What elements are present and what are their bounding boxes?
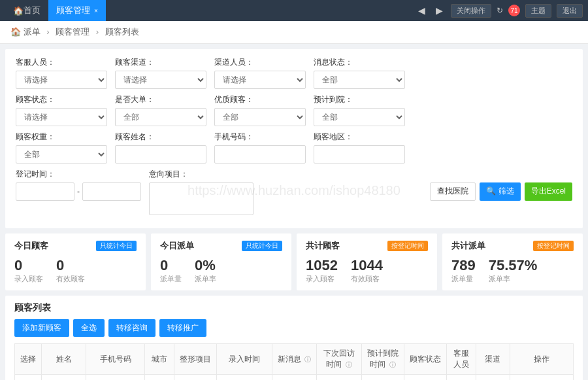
col-action: 操作 — [510, 344, 573, 375]
staff-label: 客服人员： — [16, 57, 107, 68]
customer-table: 选择 姓名 手机号码 城市 整形项目 录入时间 新消息 ⓘ 下次回访时间 ⓘ 预… — [14, 343, 574, 380]
search-button[interactable]: 🔍 筛选 — [480, 182, 520, 201]
top-nav-right: ◀ ▶ 关闭操作 ↻ 71 主题 退出 — [416, 4, 583, 18]
quality-select[interactable]: 全部 — [214, 108, 306, 126]
cust-name-input[interactable] — [115, 145, 206, 164]
total-enter-count: 1052 — [306, 257, 338, 274]
find-hospital-button[interactable]: 查找医院 — [430, 182, 476, 201]
today-customers-title: 今日顾客 — [14, 240, 48, 252]
total-customers-header: 共计顾客 按登记时间 — [306, 240, 428, 252]
close-ops-button[interactable]: 关闭操作 — [451, 4, 491, 18]
table-actions: 添加新顾客 全选 转移咨询 转移推广 — [14, 319, 574, 337]
channel-select[interactable]: 请选择 — [115, 71, 206, 89]
breadcrumb: 🏠 派单 › 顾客管理 › 顾客列表 — [0, 21, 588, 44]
filter-group-channel-person: 渠道人员： 请选择 — [214, 57, 306, 89]
filter-group-staff: 客服人员： 请选择 — [16, 57, 107, 89]
filter-group-cust-status: 顾客状态： 请选择 — [16, 94, 107, 126]
refresh-icon[interactable]: ↻ — [497, 6, 503, 15]
active-tab-label: 顾客管理 — [56, 5, 90, 16]
today-enter-item: 0 录入顾客 — [14, 257, 43, 284]
total-orders-badge: 按登记时间 — [533, 241, 574, 251]
cell-project: 开内眼角 — [174, 375, 217, 381]
good-order-select[interactable]: 全部 — [115, 108, 206, 126]
filter-group-channel: 顾客渠道： 请选择 — [115, 57, 206, 89]
prev-arrow-icon[interactable]: ◀ — [416, 5, 428, 16]
stats-row: 今日顾客 只统计今日 0 录入顾客 0 有效顾客 今日派单 只统计今日 0 派单… — [5, 233, 583, 290]
exit-button[interactable]: 退出 — [557, 4, 583, 18]
col-phone: 手机号码 — [86, 344, 144, 375]
total-rate-label: 派单率 — [489, 274, 538, 284]
cust-weight-select[interactable]: 全部 — [16, 145, 107, 164]
stats-today-orders: 今日派单 只统计今日 0 派单量 0% 派单率 — [151, 233, 291, 290]
export-button[interactable]: 导出Excel — [525, 182, 572, 201]
select-all-button[interactable]: 全选 — [73, 319, 105, 337]
total-effective-label: 有效顾客 — [351, 274, 383, 284]
nav-tab-home[interactable]: 🏠 首页 — [5, 0, 48, 21]
close-tab-icon[interactable]: × — [94, 7, 98, 14]
cell-staff: 吕俊杰 — [447, 375, 476, 381]
total-effective-item: 1044 有效顾客 — [351, 257, 383, 284]
channel-person-label: 渠道人员： — [214, 57, 306, 68]
cust-status-select[interactable]: 请选择 — [16, 108, 107, 126]
region-input[interactable] — [314, 145, 405, 164]
today-dispatch-count: 0 — [160, 257, 182, 274]
col-next-visit: 下次回访时间 ⓘ — [316, 344, 361, 375]
today-effective-count: 0 — [56, 257, 85, 274]
phone-input[interactable] — [214, 145, 306, 164]
table-row: 8632 姓名：阿 C 18141414141 河北省 开内眼角 — [15, 375, 574, 381]
msg-status-select[interactable]: 全部 — [314, 71, 405, 89]
breadcrumb-sep2: › — [96, 27, 99, 37]
filter-group-phone: 手机号码： — [214, 131, 306, 164]
col-select: 选择 — [15, 344, 42, 375]
theme-button[interactable]: 主题 — [525, 4, 551, 18]
filter-group-cust-name: 顾客姓名： — [115, 131, 206, 164]
today-dispatch-label: 派单量 — [160, 274, 182, 284]
filter-group-good-order: 是否大单： 全部 — [115, 94, 206, 126]
nav-tab-customers[interactable]: 顾客管理 × — [48, 0, 106, 21]
staff-select[interactable]: 请选择 — [16, 71, 107, 89]
filter-group-reg-time: 登记时间： - — [16, 169, 141, 201]
total-orders-title: 共计派单 — [451, 240, 485, 252]
reg-time-start[interactable] — [16, 182, 74, 201]
today-orders-values: 0 派单量 0% 派单率 — [160, 257, 282, 284]
next-arrow-icon[interactable]: ▶ — [433, 5, 446, 16]
breadcrumb-level1[interactable]: 顾客管理 — [56, 27, 90, 37]
today-dispatch-item: 0 派单量 — [160, 257, 182, 284]
total-rate-count: 75.57% — [489, 257, 538, 274]
expected-hospital-select[interactable]: 全部 — [314, 108, 405, 126]
phone-label: 手机号码： — [214, 131, 306, 143]
col-staff: 客服人员 — [447, 344, 476, 375]
filter-group-msg-status: 消息状态： 全部 — [314, 57, 405, 89]
cell-status: 已派单 — [404, 375, 447, 381]
cust-weight-label: 顾客权重： — [16, 131, 107, 143]
cell-action: ✎ ✉ ⚙ — [510, 375, 573, 381]
filter-group-weight: 顾客权重： 全部 — [16, 131, 107, 164]
transfer-promo-button[interactable]: 转移推广 — [159, 319, 206, 337]
stats-total-customers: 共计顾客 按登记时间 1052 录入顾客 1044 有效顾客 — [297, 233, 437, 290]
cell-phone: 18141414141 — [86, 375, 144, 381]
add-customer-button[interactable]: 添加新顾客 — [14, 319, 69, 337]
cell-name: 姓名：阿 C — [42, 375, 86, 381]
col-expected-hospital: 预计到院时间 ⓘ — [362, 344, 404, 375]
filter-panel: 客服人员： 请选择 顾客渠道： 请选择 渠道人员： 请选择 消息状态： 全部 顾… — [5, 49, 583, 228]
filter-group-region: 顾客地区： — [314, 131, 405, 164]
expected-hospital-label: 预计到院： — [314, 94, 405, 105]
reg-time-end[interactable] — [82, 182, 141, 201]
channel-person-select[interactable]: 请选择 — [214, 71, 306, 89]
notification-badge[interactable]: 71 — [508, 5, 520, 16]
cell-city: 河北省 — [145, 375, 174, 381]
today-customers-badge: 只统计今日 — [96, 241, 137, 251]
table-header-row: 选择 姓名 手机号码 城市 整形项目 录入时间 新消息 ⓘ 下次回访时间 ⓘ 预… — [15, 344, 574, 375]
breadcrumb-home[interactable]: 派单 — [24, 27, 41, 37]
stats-today-customers: 今日顾客 只统计今日 0 录入顾客 0 有效顾客 — [5, 233, 146, 290]
today-rate-item: 0% 派单率 — [195, 257, 216, 284]
nav-tabs: 🏠 首页 顾客管理 × — [5, 0, 416, 21]
col-city: 城市 — [145, 344, 174, 375]
transfer-consult-button[interactable]: 转移咨询 — [108, 319, 155, 337]
today-orders-title: 今日派单 — [160, 240, 194, 252]
filter-actions: 查找医院 🔍 筛选 导出Excel — [430, 182, 572, 202]
good-order-label: 是否大单： — [115, 94, 206, 105]
breadcrumb-home-icon: 🏠 — [10, 27, 21, 37]
intent-input[interactable] — [149, 182, 253, 215]
cust-name-label: 顾客姓名： — [115, 131, 206, 143]
